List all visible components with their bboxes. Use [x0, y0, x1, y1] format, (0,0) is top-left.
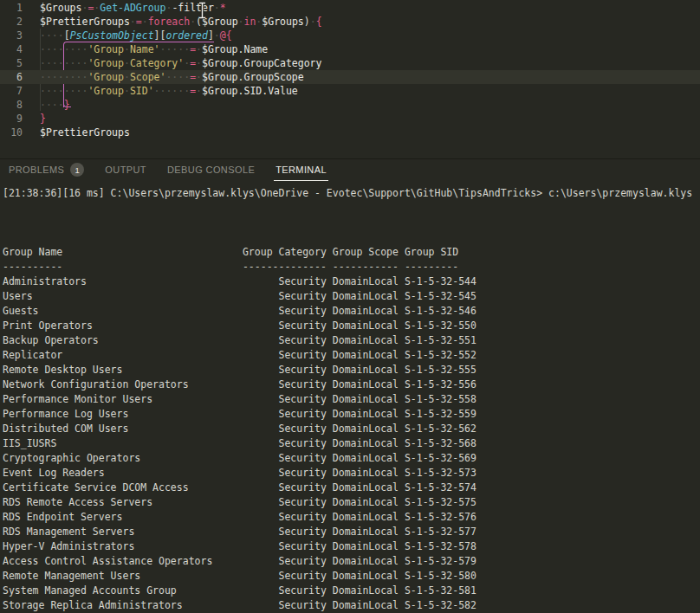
line-number: 3	[0, 29, 29, 42]
line-number: 10	[0, 126, 29, 139]
code-text[interactable]: }	[29, 112, 46, 126]
line-number: 7	[0, 84, 29, 98]
editor-line-2[interactable]: 2$PrettierGroups·=·foreach·($Group·in·$G…	[0, 15, 700, 29]
code-text[interactable]: ····[PsCustomObject][ordered]·@{	[29, 29, 232, 42]
tab-problems-label: PROBLEMS	[9, 165, 64, 175]
line-number: 8	[0, 98, 29, 112]
editor-line-3[interactable]: 3····[PsCustomObject][ordered]·@{	[0, 29, 700, 42]
tab-debug-console[interactable]: DEBUG CONSOLE	[165, 159, 256, 181]
tab-problems[interactable]: PROBLEMS 1	[7, 159, 86, 181]
line-number: 1	[0, 1, 29, 15]
code-text[interactable]: $PrettierGroups	[29, 126, 130, 139]
editor-line-7[interactable]: 7········'Group·SID'······=·$Group.SID.V…	[0, 84, 700, 98]
tab-output-label: OUTPUT	[105, 165, 146, 175]
editor-line-5[interactable]: 5········'Group·Category'·=·$Group.Group…	[0, 56, 700, 70]
terminal-output[interactable]: [21:38:36][16 ms] C:\Users\przemyslaw.kl…	[0, 181, 700, 613]
problems-count-badge: 1	[70, 163, 84, 177]
tab-terminal-label: TERMINAL	[275, 165, 327, 175]
code-text[interactable]: ········'Group·Name'·····=·$Group.Name	[29, 42, 268, 56]
vscode-window: 1$Groups·=·Get-ADGroup·-filter·*2$Pretti…	[0, 0, 700, 613]
editor-line-10[interactable]: 10$PrettierGroups	[0, 126, 700, 139]
code-text[interactable]: ····}	[29, 98, 70, 112]
code-text[interactable]: $PrettierGroups·=·foreach·($Group·in·$Gr…	[29, 15, 322, 29]
tab-output[interactable]: OUTPUT	[103, 159, 148, 181]
line-number: 9	[0, 112, 29, 126]
editor-lines: 1$Groups·=·Get-ADGroup·-filter·*2$Pretti…	[0, 1, 700, 139]
code-text[interactable]: ········'Group·Scope'····=·$Group.GroupS…	[29, 70, 304, 84]
tab-terminal[interactable]: TERMINAL	[274, 159, 328, 181]
editor-line-9[interactable]: 9}	[0, 112, 700, 126]
line-number: 5	[0, 56, 29, 70]
editor-line-6[interactable]: 6········'Group·Scope'····=·$Group.Group…	[0, 70, 700, 84]
line-number: 6	[0, 70, 29, 84]
terminal-panel[interactable]: [21:38:36][16 ms] C:\Users\przemyslaw.kl…	[0, 181, 700, 613]
tab-debug-console-label: DEBUG CONSOLE	[167, 165, 255, 175]
code-text[interactable]: ········'Group·SID'······=·$Group.SID.Va…	[29, 84, 298, 98]
code-text[interactable]: $Groups·=·Get-ADGroup·-filter·*	[29, 1, 226, 15]
panel-tab-bar: PROBLEMS 1 OUTPUT DEBUG CONSOLE TERMINAL	[0, 159, 700, 181]
code-text[interactable]: ········'Group·Category'·=·$Group.GroupC…	[29, 56, 321, 70]
line-number: 2	[0, 15, 29, 29]
ibeam-text-pointer	[198, 2, 207, 19]
editor-line-1[interactable]: 1$Groups·=·Get-ADGroup·-filter·*	[0, 1, 700, 15]
code-editor[interactable]: 1$Groups·=·Get-ADGroup·-filter·*2$Pretti…	[0, 0, 700, 158]
editor-line-4[interactable]: 4········'Group·Name'·····=·$Group.Name	[0, 42, 700, 56]
editor-line-8[interactable]: 8····}	[0, 98, 700, 112]
line-number: 4	[0, 42, 29, 56]
